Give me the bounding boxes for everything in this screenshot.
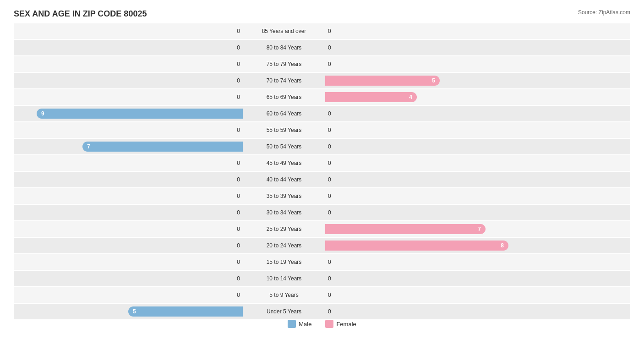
female-section: 0 (325, 254, 554, 270)
age-label: 40 to 44 Years (243, 176, 325, 183)
female-bar-value: 7 (478, 226, 481, 232)
male-zero-value: 0 (237, 209, 240, 216)
female-section: 8 (325, 238, 554, 253)
female-zero-value: 0 (328, 160, 331, 166)
male-zero-value: 0 (237, 193, 240, 199)
male-section: 5 (14, 304, 243, 319)
female-section: 4 (325, 89, 554, 105)
female-zero-value: 0 (328, 292, 331, 298)
chart-title: SEX AND AGE IN ZIP CODE 80025 (14, 9, 147, 19)
female-section: 0 (325, 122, 554, 138)
female-section: 7 (325, 221, 554, 237)
age-label: 85 Years and over (243, 28, 325, 34)
male-zero-value: 0 (237, 242, 240, 249)
female-bar: 5 (325, 76, 440, 86)
bar-row: 055 to 59 Years0 (14, 122, 630, 138)
female-zero-value: 0 (328, 193, 331, 199)
male-section: 0 (14, 40, 243, 55)
age-label: 75 to 79 Years (243, 61, 325, 67)
bar-row: 040 to 44 Years0 (14, 172, 630, 187)
age-label: 80 to 84 Years (243, 44, 325, 51)
male-bar: 5 (128, 306, 243, 317)
female-section: 5 (325, 73, 554, 88)
age-label: 5 to 9 Years (243, 292, 325, 298)
male-zero-value: 0 (237, 127, 240, 133)
male-section: 0 (14, 73, 243, 88)
female-zero-value: 0 (328, 259, 331, 265)
male-bar-value: 5 (133, 308, 136, 315)
female-bar: 8 (325, 241, 508, 251)
female-zero-value: 0 (328, 308, 331, 315)
source-text: Source: ZipAtlas.com (578, 9, 630, 16)
bar-row: 075 to 79 Years0 (14, 56, 630, 72)
bar-row: 035 to 39 Years0 (14, 188, 630, 204)
female-zero-value: 0 (328, 28, 331, 34)
male-zero-value: 0 (237, 176, 240, 183)
male-bar: 9 (37, 109, 243, 119)
male-zero-value: 0 (237, 44, 240, 51)
female-zero-value: 0 (328, 275, 331, 282)
male-section: 0 (14, 254, 243, 270)
male-zero-value: 0 (237, 94, 240, 100)
age-label: 30 to 34 Years (243, 209, 325, 216)
bar-row: 5Under 5 Years0 (14, 304, 630, 319)
male-section: 0 (14, 172, 243, 187)
age-label: 20 to 24 Years (243, 242, 325, 249)
male-section: 0 (14, 205, 243, 220)
female-zero-value: 0 (328, 209, 331, 216)
male-zero-value: 0 (237, 259, 240, 265)
male-zero-value: 0 (237, 226, 240, 232)
male-zero-value: 0 (237, 160, 240, 166)
age-label: 25 to 29 Years (243, 226, 325, 232)
male-section: 0 (14, 155, 243, 171)
bar-row: 085 Years and over0 (14, 23, 630, 39)
female-zero-value: 0 (328, 61, 331, 67)
male-bar: 7 (82, 142, 243, 152)
male-section: 0 (14, 89, 243, 105)
male-section: 0 (14, 238, 243, 253)
male-section: 0 (14, 188, 243, 204)
female-zero-value: 0 (328, 176, 331, 183)
male-section: 0 (14, 221, 243, 237)
chart-container: SEX AND AGE IN ZIP CODE 80025 Source: Zi… (0, 0, 644, 339)
title-row: SEX AND AGE IN ZIP CODE 80025 Source: Zi… (14, 9, 630, 19)
male-zero-value: 0 (237, 292, 240, 298)
age-label: 10 to 14 Years (243, 275, 325, 282)
age-label: 45 to 49 Years (243, 160, 325, 166)
bar-row: 065 to 69 Years4 (14, 89, 630, 105)
female-section: 0 (325, 40, 554, 55)
bar-row: 080 to 84 Years0 (14, 40, 630, 55)
female-section: 0 (325, 188, 554, 204)
female-zero-value: 0 (328, 127, 331, 133)
male-section: 9 (14, 106, 243, 121)
bar-row: 960 to 64 Years0 (14, 106, 630, 121)
age-label: 15 to 19 Years (243, 259, 325, 265)
female-bar-value: 4 (409, 94, 412, 100)
age-label: 35 to 39 Years (243, 193, 325, 199)
legend-female: Female (325, 320, 356, 328)
male-zero-value: 0 (237, 77, 240, 84)
female-section: 0 (325, 172, 554, 187)
bar-row: 015 to 19 Years0 (14, 254, 630, 270)
male-zero-value: 0 (237, 28, 240, 34)
age-label: Under 5 Years (243, 308, 325, 315)
bar-row: 020 to 24 Years8 (14, 238, 630, 253)
female-section: 0 (325, 271, 554, 286)
female-section: 0 (325, 205, 554, 220)
female-legend-box (325, 320, 333, 328)
male-bar-value: 7 (87, 143, 90, 150)
female-section: 0 (325, 155, 554, 171)
female-section: 0 (325, 23, 554, 39)
female-section: 0 (325, 304, 554, 319)
bar-row: 030 to 34 Years0 (14, 205, 630, 220)
female-legend-label: Female (336, 321, 356, 328)
bar-row: 750 to 54 Years0 (14, 139, 630, 154)
bar-row: 010 to 14 Years0 (14, 271, 630, 286)
female-section: 0 (325, 106, 554, 121)
bar-row: 025 to 29 Years7 (14, 221, 630, 237)
age-label: 70 to 74 Years (243, 77, 325, 84)
bar-row: 045 to 49 Years0 (14, 155, 630, 171)
male-legend-box (288, 320, 296, 328)
female-section: 0 (325, 56, 554, 72)
male-section: 0 (14, 122, 243, 138)
